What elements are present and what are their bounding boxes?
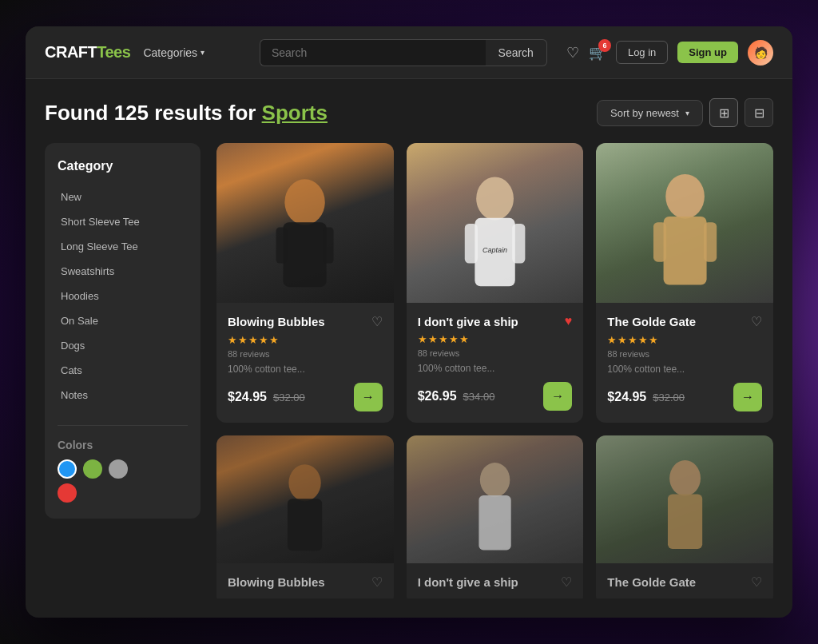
svg-rect-14: [288, 499, 322, 551]
sidebar-item-dogs[interactable]: Dogs: [58, 335, 188, 356]
product-desc: 100% cotton tee...: [228, 364, 383, 375]
product-card: The Golde Gate ♡ ★ ★ ★ ★ ★ 88 reviews: [596, 143, 773, 423]
list-view-button[interactable]: ⊟: [745, 98, 773, 127]
product-title: Blowing Bubbles: [228, 315, 325, 328]
svg-point-0: [285, 179, 325, 225]
add-to-cart-button[interactable]: →: [543, 382, 572, 411]
product-desc: 100% cotton tee...: [418, 363, 573, 374]
svg-rect-11: [653, 222, 666, 262]
products-area: Blowing Bubbles ♡ ★ ★ ★ ★ ★ 88 reviews: [216, 143, 773, 598]
product-image-5: [407, 435, 584, 563]
signup-button[interactable]: Sign up: [677, 42, 738, 63]
cart-badge: 6: [598, 39, 611, 52]
product-card: Captain I don't give a ship ♥ ★ ★: [407, 143, 584, 423]
wishlist-icon[interactable]: ♡: [371, 574, 383, 590]
results-header: Found 125 results for Sports Sort by new…: [45, 98, 773, 127]
svg-rect-6: [465, 224, 478, 264]
svg-rect-16: [478, 495, 510, 550]
header-icons: ♡ 🛒 6 Log in Sign up 🧑: [566, 40, 773, 66]
sidebar-item-short-sleeve[interactable]: Short Sleeve Tee: [58, 211, 188, 233]
star-rating: ★ ★ ★ ★ ★: [607, 334, 762, 346]
star-1: ★: [228, 334, 237, 346]
sidebar-item-cats[interactable]: Cats: [58, 360, 188, 381]
categories-button[interactable]: Categories: [143, 46, 204, 59]
avatar[interactable]: 🧑: [748, 40, 773, 66]
product-info: Blowing Bubbles ♡: [216, 563, 394, 598]
sidebar-item-notes[interactable]: Notes: [58, 384, 188, 406]
colors-section: Colors: [58, 425, 188, 503]
star-3: ★: [248, 334, 258, 346]
product-image-1: [216, 143, 394, 303]
reviews-count: 88 reviews: [228, 349, 383, 359]
product-card: Blowing Bubbles ♡: [216, 435, 394, 598]
svg-rect-1: [284, 222, 327, 287]
main-content: Found 125 results for Sports Sort by new…: [26, 79, 792, 618]
product-card: I don't give a ship ♡: [407, 435, 584, 598]
star-rating: ★ ★ ★ ★ ★: [418, 333, 573, 345]
sidebar-item-hoodies[interactable]: Hoodies: [58, 285, 188, 307]
add-to-cart-button[interactable]: →: [354, 383, 383, 411]
wishlist-icon[interactable]: ♥: [565, 314, 573, 328]
wishlist-button[interactable]: ♡: [566, 44, 579, 62]
sort-dropdown[interactable]: Sort by newest: [597, 100, 703, 126]
grid-view-button[interactable]: ⊞: [709, 98, 738, 127]
product-desc: 100% cotton tee...: [607, 364, 762, 375]
logo: CRAFTTees: [45, 43, 130, 62]
price-original: $32.00: [653, 392, 685, 403]
product-price-row: $24.95 $32.00 →: [607, 383, 762, 411]
results-title: Found 125 results for Sports: [45, 101, 328, 125]
product-info: Blowing Bubbles ♡ ★ ★ ★ ★ ★ 88 reviews: [216, 303, 394, 423]
price-current: $26.95: [418, 389, 457, 403]
sidebar-item-long-sleeve[interactable]: Long Sleeve Tee: [58, 236, 188, 257]
add-to-cart-button[interactable]: →: [733, 383, 762, 411]
search-container: Search: [260, 39, 547, 66]
svg-rect-18: [668, 495, 702, 549]
price-current: $24.95: [607, 390, 646, 404]
product-title-row: I don't give a ship ♥: [418, 314, 573, 328]
svg-rect-12: [704, 222, 717, 262]
sidebar-item-new[interactable]: New: [58, 186, 188, 208]
header: CRAFTTees Categories Search ♡ 🛒 6 Log in…: [26, 26, 792, 79]
category-title: Category: [58, 159, 188, 173]
colors-title: Colors: [58, 439, 188, 451]
product-title-row: Blowing Bubbles ♡: [228, 314, 383, 329]
sidebar: Category New Short Sleeve Tee Long Sleev…: [45, 143, 201, 519]
svg-point-13: [289, 464, 321, 501]
svg-point-17: [669, 460, 701, 496]
browser-window: CRAFTTees Categories Search ♡ 🛒 6 Log in…: [26, 26, 792, 618]
products-grid: Blowing Bubbles ♡ ★ ★ ★ ★ ★ 88 reviews: [216, 143, 773, 598]
sidebar-item-on-sale[interactable]: On Sale: [58, 310, 188, 332]
sidebar-item-sweatshirts[interactable]: Sweatshirts: [58, 260, 188, 282]
product-image-2: Captain: [407, 143, 584, 303]
svg-point-9: [665, 174, 705, 219]
reviews-count: 88 reviews: [607, 349, 762, 359]
grid-icon: ⊞: [719, 105, 729, 121]
heart-icon: ♡: [566, 44, 579, 62]
reviews-count: 88 reviews: [418, 348, 573, 358]
wishlist-icon[interactable]: ♡: [561, 574, 572, 590]
color-swatch-red[interactable]: [58, 483, 77, 503]
product-info: The Golde Gate ♡ ★ ★ ★ ★ ★ 88 reviews: [596, 303, 773, 423]
search-input[interactable]: [260, 39, 486, 66]
wishlist-icon[interactable]: ♡: [751, 314, 762, 329]
wishlist-icon[interactable]: ♡: [751, 574, 762, 590]
keyword-link[interactable]: Sports: [262, 101, 328, 125]
product-image-4: [216, 435, 394, 563]
product-info: I don't give a ship ♥ ★ ★ ★ ★ ★ 88 revie…: [407, 303, 584, 422]
color-swatch-olive[interactable]: [83, 459, 102, 479]
color-swatch-gray[interactable]: [109, 459, 128, 479]
search-button[interactable]: Search: [486, 39, 547, 66]
svg-rect-7: [512, 224, 525, 264]
svg-point-15: [480, 463, 510, 497]
svg-rect-3: [323, 228, 334, 264]
color-swatch-blue[interactable]: [58, 459, 77, 479]
product-price-row: $24.95 $32.00 →: [228, 383, 383, 411]
wishlist-icon[interactable]: ♡: [371, 314, 383, 329]
cart-button[interactable]: 🛒 6: [589, 44, 606, 62]
product-image-3: [596, 143, 773, 303]
star-2: ★: [238, 334, 248, 346]
price-original: $34.00: [463, 391, 495, 403]
login-button[interactable]: Log in: [616, 41, 668, 64]
product-title-row: The Golde Gate ♡: [607, 314, 762, 329]
product-card: The Golde Gate ♡: [596, 435, 773, 598]
